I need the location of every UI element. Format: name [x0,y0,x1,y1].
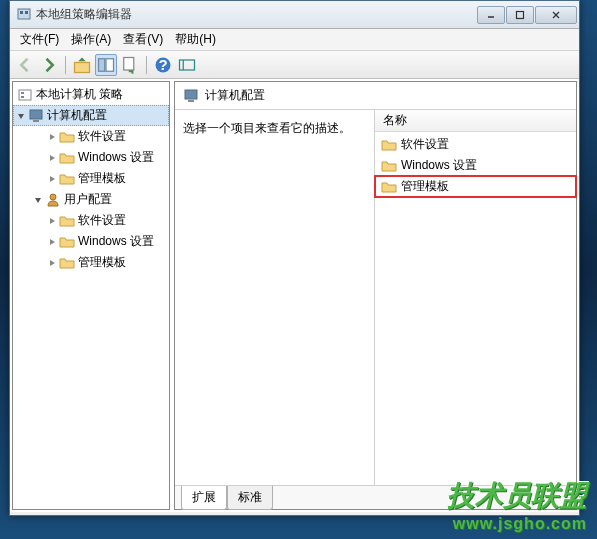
folder-icon [59,234,75,250]
folder-icon [59,255,75,271]
collapse-icon[interactable] [16,111,26,121]
statusbar [10,512,579,515]
toolbar: ? [10,51,579,79]
titlebar[interactable]: 本地组策略编辑器 [10,1,579,29]
collapse-icon[interactable] [33,195,43,205]
toolbar-separator [65,56,66,74]
svg-rect-4 [517,11,524,18]
back-button[interactable] [14,54,36,76]
tab-extended[interactable]: 扩展 [181,486,227,510]
window-controls [477,6,577,24]
tree-admin-templates[interactable]: 管理模板 [13,168,169,189]
minimize-button[interactable] [477,6,505,24]
tree-windows-settings[interactable]: Windows 设置 [13,147,169,168]
svg-rect-13 [180,60,195,70]
svg-rect-8 [99,58,105,71]
tree-panel[interactable]: 本地计算机 策略 计算机配置 软件设置 Windows 设置 管理模板 [12,81,170,510]
computer-icon [28,108,44,124]
window-title: 本地组策略编辑器 [36,6,477,23]
list-items: 软件设置 Windows 设置 管理模板 [375,132,576,199]
toolbar-separator [146,56,147,74]
svg-rect-7 [75,62,90,72]
expand-icon[interactable] [47,216,57,226]
details-panel: 计算机配置 选择一个项目来查看它的描述。 名称 软件设置 [174,81,577,510]
watermark-url: www.jsgho.com [447,515,587,533]
folder-icon [59,213,75,229]
menu-file[interactable]: 文件(F) [14,29,65,50]
forward-button[interactable] [38,54,60,76]
export-button[interactable] [119,54,141,76]
folder-icon [381,179,397,195]
tree-label: 管理模板 [78,254,126,271]
tree-software-settings[interactable]: 软件设置 [13,126,169,147]
description-pane: 选择一个项目来查看它的描述。 [175,110,375,485]
column-header-name[interactable]: 名称 [375,110,576,132]
tree-label: 本地计算机 策略 [36,86,123,103]
tree-user-config[interactable]: 用户配置 [13,189,169,210]
svg-rect-18 [30,110,42,119]
svg-point-20 [50,194,56,200]
tree-label: Windows 设置 [78,149,154,166]
app-icon [16,7,32,23]
folder-icon [59,129,75,145]
details-header-text: 计算机配置 [205,87,265,104]
filter-button[interactable] [176,54,198,76]
expand-icon[interactable] [47,153,57,163]
folder-icon [59,171,75,187]
svg-rect-1 [20,11,23,14]
description-text: 选择一个项目来查看它的描述。 [183,121,351,135]
svg-rect-16 [21,92,24,94]
tree-label: 软件设置 [78,212,126,229]
tree-computer-config[interactable]: 计算机配置 [13,105,169,126]
show-tree-button[interactable] [95,54,117,76]
close-button[interactable] [535,6,577,24]
menubar: 文件(F) 操作(A) 查看(V) 帮助(H) [10,29,579,51]
folder-icon [381,137,397,153]
policy-icon [17,87,33,103]
list-item-admin-templates[interactable]: 管理模板 [375,176,576,197]
menu-action[interactable]: 操作(A) [65,29,117,50]
maximize-button[interactable] [506,6,534,24]
help-button[interactable]: ? [152,54,174,76]
folder-icon [59,150,75,166]
main-window: 本地组策略编辑器 文件(F) 操作(A) 查看(V) 帮助(H) ? 本地计算机… [9,0,580,516]
tree-label: 管理模板 [78,170,126,187]
list-item-label: 软件设置 [401,136,449,153]
list-item-windows[interactable]: Windows 设置 [375,155,576,176]
expand-icon[interactable] [47,174,57,184]
folder-icon [381,158,397,174]
tree-label: 软件设置 [78,128,126,145]
tab-standard[interactable]: 标准 [227,486,273,510]
svg-rect-17 [21,96,24,98]
expand-icon[interactable] [47,132,57,142]
svg-text:?: ? [158,56,167,73]
expand-icon[interactable] [47,258,57,268]
tree-label: 计算机配置 [47,107,107,124]
svg-rect-15 [19,90,31,100]
svg-rect-10 [124,57,134,70]
tree-label: 用户配置 [64,191,112,208]
svg-rect-21 [185,90,197,99]
details-header: 计算机配置 [175,82,576,110]
tree-root[interactable]: 本地计算机 策略 [13,84,169,105]
tabs: 扩展 标准 [175,485,576,509]
tree-windows-settings[interactable]: Windows 设置 [13,231,169,252]
list-item-label: Windows 设置 [401,157,477,174]
menu-help[interactable]: 帮助(H) [169,29,222,50]
content-area: 本地计算机 策略 计算机配置 软件设置 Windows 设置 管理模板 [10,79,579,512]
svg-rect-2 [25,11,28,14]
computer-icon [183,88,199,104]
menu-view[interactable]: 查看(V) [117,29,169,50]
svg-rect-22 [188,100,194,102]
tree-admin-templates[interactable]: 管理模板 [13,252,169,273]
svg-rect-9 [106,58,114,71]
tree-software-settings[interactable]: 软件设置 [13,210,169,231]
list-pane: 名称 软件设置 Windows 设置 管理模板 [375,110,576,485]
up-button[interactable] [71,54,93,76]
user-icon [45,192,61,208]
expand-icon[interactable] [47,237,57,247]
svg-rect-0 [18,9,30,19]
list-item-software[interactable]: 软件设置 [375,134,576,155]
details-body: 选择一个项目来查看它的描述。 名称 软件设置 Windows 设置 [175,110,576,485]
svg-rect-19 [33,120,39,122]
